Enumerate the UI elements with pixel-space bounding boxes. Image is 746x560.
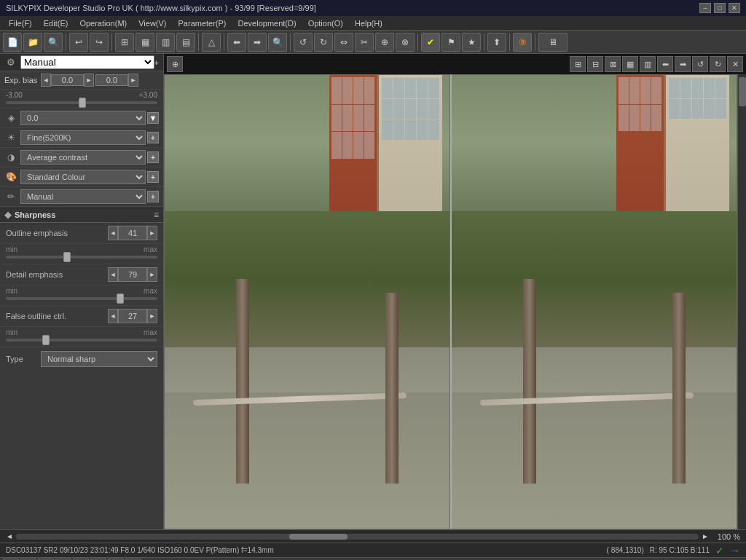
detail-value[interactable] xyxy=(118,267,147,282)
toolbar-monitor[interactable]: 🖥 xyxy=(538,33,568,52)
menu-file[interactable]: File(F) xyxy=(3,17,38,29)
img-btn-3[interactable]: ⊠ xyxy=(605,56,621,72)
img-btn-7[interactable]: ➡ xyxy=(675,56,691,72)
exp-bias-decrease[interactable]: ◄ xyxy=(41,74,51,87)
toolbar-eyedropper[interactable]: 🔍 xyxy=(44,33,63,52)
toolbar-up[interactable]: ⬆ xyxy=(487,33,506,52)
iso-dropdown[interactable]: ▼ xyxy=(147,112,159,124)
scroll-left-btn[interactable]: ◄ xyxy=(6,532,13,540)
right-scrollbar[interactable] xyxy=(737,74,746,529)
menu-view[interactable]: View(V) xyxy=(133,17,172,29)
minimize-button[interactable]: – xyxy=(699,3,711,13)
menu-option[interactable]: Option(O) xyxy=(302,17,349,29)
manual-add-button[interactable]: + xyxy=(154,58,159,67)
toolbar-zoom-in[interactable]: 🔍 xyxy=(268,33,287,52)
false-outline-increase[interactable]: ► xyxy=(147,309,157,323)
outline-increase[interactable]: ► xyxy=(147,226,157,240)
toolbar-undo[interactable]: ↩ xyxy=(69,33,88,52)
false-outline-max: max xyxy=(144,328,157,336)
img-btn-2[interactable]: ⊟ xyxy=(587,56,603,72)
contrast-add-button[interactable]: + xyxy=(147,151,159,163)
menu-help[interactable]: Help(H) xyxy=(349,17,388,29)
img-btn-1[interactable]: ⊞ xyxy=(570,56,586,72)
separator-3 xyxy=(198,33,199,51)
tone-select[interactable]: Manual xyxy=(20,189,146,204)
tone-add-button[interactable]: + xyxy=(147,191,159,202)
img-btn-5[interactable]: ▥ xyxy=(640,56,656,72)
exp-bias-increase[interactable]: ► xyxy=(84,74,94,87)
h-scroll-track[interactable] xyxy=(16,534,699,540)
toolbar-rotate-r[interactable]: ↻ xyxy=(314,33,333,52)
tone-icon: ✏ xyxy=(4,190,17,203)
outline-thumb[interactable] xyxy=(63,252,71,262)
toolbar-triangle[interactable]: △ xyxy=(202,33,221,52)
white-balance-row: ☀ Fine(5200K) + xyxy=(0,128,163,148)
outline-decrease[interactable]: ◄ xyxy=(108,226,118,240)
toolbar-info[interactable]: ⑨ xyxy=(513,33,532,52)
toolbar-open[interactable]: 📁 xyxy=(23,33,42,52)
toolbar-new[interactable]: 📄 xyxy=(3,33,22,52)
false-outline-decrease[interactable]: ◄ xyxy=(108,309,118,323)
sharpness-menu-icon[interactable]: ≡ xyxy=(154,210,159,220)
img-source-icon[interactable]: ⊕ xyxy=(167,56,183,72)
contrast-select[interactable]: Average contrast xyxy=(20,150,146,165)
type-select[interactable]: Normal sharp High sharp Soft xyxy=(41,351,157,367)
toolbar-grid3[interactable]: ▥ xyxy=(156,33,175,52)
colour-add-button[interactable]: + xyxy=(147,171,159,183)
exp-bias-increase2[interactable]: ► xyxy=(128,74,138,87)
toolbar-flag[interactable]: ⚑ xyxy=(441,33,460,52)
toolbar-redo[interactable]: ↪ xyxy=(90,33,109,52)
outline-value[interactable] xyxy=(118,226,147,240)
false-outline-thumb[interactable] xyxy=(42,335,50,345)
menu-operation[interactable]: Operation(M) xyxy=(74,17,133,29)
colour-select[interactable]: Standard Colour xyxy=(20,170,146,184)
toolbar-grid2[interactable]: ▦ xyxy=(136,33,154,52)
toolbar-grid4[interactable]: ▤ xyxy=(176,33,195,52)
image-bg-right xyxy=(452,75,737,529)
iso-select[interactable]: 0.0 xyxy=(20,111,146,125)
toolbar-arrow-l[interactable]: ⬅ xyxy=(227,33,246,52)
false-outline-value[interactable] xyxy=(118,309,147,323)
image-panel-left[interactable] xyxy=(164,74,450,529)
toolbar-arrow-r[interactable]: ➡ xyxy=(248,33,267,52)
toolbar-crop[interactable]: ✂ xyxy=(355,33,374,52)
exp-bias-value1[interactable] xyxy=(51,74,84,86)
h-scroll-thumb[interactable] xyxy=(289,534,348,540)
toolbar-grid1[interactable]: ⊞ xyxy=(115,33,134,52)
image-panel-right[interactable] xyxy=(450,74,737,529)
img-undo[interactable]: ↺ xyxy=(692,56,708,72)
menu-development[interactable]: Development(D) xyxy=(232,17,302,29)
fence-post-1 xyxy=(236,279,249,483)
toolbar-stamp[interactable]: ⊗ xyxy=(396,33,415,52)
sharpness-icon: ◆ xyxy=(4,209,12,220)
toolbar-rotate-l[interactable]: ↺ xyxy=(294,33,313,52)
close-button[interactable]: ✕ xyxy=(729,3,740,13)
toolbar-adjust[interactable]: ⊕ xyxy=(375,33,394,52)
detail-thumb[interactable] xyxy=(117,293,124,304)
manual-select[interactable]: Manual xyxy=(20,55,154,69)
maximize-button[interactable]: □ xyxy=(714,3,726,13)
toolbar-star[interactable]: ★ xyxy=(462,33,481,52)
detail-decrease[interactable]: ◄ xyxy=(108,267,118,282)
img-btn-6[interactable]: ⬅ xyxy=(657,56,673,72)
exp-bias-thumb[interactable] xyxy=(79,98,86,108)
main-area: ⚙ Manual + Exp. bias ◄ ► ► -3.00 +3.00 xyxy=(0,54,746,529)
img-redo[interactable]: ↻ xyxy=(710,56,726,72)
coords-display: ( 884,1310) xyxy=(607,546,644,554)
check-icon: ✓ xyxy=(715,545,724,556)
toolbar-develop[interactable]: ✔ xyxy=(421,33,440,52)
scroll-right-btn[interactable]: ► xyxy=(702,532,709,540)
colour-icon: 🎨 xyxy=(4,170,17,184)
separator-8 xyxy=(509,33,510,51)
img-close[interactable]: ✕ xyxy=(727,56,743,72)
detail-increase[interactable]: ► xyxy=(147,267,157,282)
wb-add-button[interactable]: + xyxy=(147,132,159,143)
tone-row: ✏ Manual + xyxy=(0,187,163,207)
exp-bias-value2[interactable] xyxy=(95,74,128,86)
vertical-scroll-thumb[interactable] xyxy=(739,77,746,106)
menu-parameter[interactable]: Parameter(P) xyxy=(173,17,232,29)
menu-edit[interactable]: Edit(E) xyxy=(38,17,74,29)
wb-select[interactable]: Fine(5200K) xyxy=(20,130,146,145)
toolbar-flip[interactable]: ⇔ xyxy=(334,33,353,52)
img-btn-4[interactable]: ▦ xyxy=(622,56,638,72)
